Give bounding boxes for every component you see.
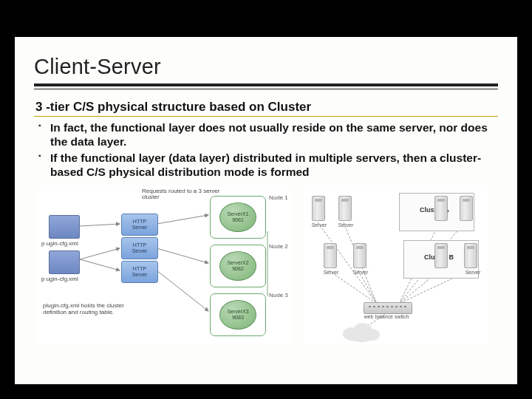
http-line2: Server: [132, 272, 148, 277]
server-tower-icon: [312, 196, 325, 221]
server-tower-icon: [353, 243, 366, 268]
xml-file-icon: [49, 215, 80, 239]
http-server-box: HTTP Server: [121, 214, 158, 236]
server-port: 9083: [232, 315, 244, 320]
svg-line-10: [358, 270, 377, 304]
bullet-item: In fact, the functional layer does not u…: [38, 121, 494, 149]
cluster-node: ServerX1 9081: [210, 196, 266, 239]
server-oval-icon: ServerX1 9081: [219, 202, 256, 232]
subtitle-rule: [34, 116, 498, 117]
xml-file-label: p ugin-cfg.xml: [41, 276, 78, 282]
cloud-icon: [338, 320, 383, 342]
server-tower-icon: [434, 243, 448, 268]
diagram-two-clusters: Cluster A Cluster B Server Server Server…: [303, 185, 488, 344]
svg-line-2: [80, 259, 120, 270]
node-label: Node: [269, 292, 283, 299]
http-line1: HTTP: [133, 266, 146, 271]
server-label: Server: [304, 222, 334, 228]
xml-file-icon: [49, 250, 80, 274]
server-label: Server: [458, 270, 488, 275]
subtitle: 3 -tier C/S physical structure based on …: [35, 100, 498, 115]
server-tower-icon: [338, 196, 352, 221]
switch-label: web balance switch: [361, 314, 412, 319]
server-tower-icon: [434, 196, 448, 221]
xml-file-label: p ugin-cfg.xml: [41, 240, 78, 247]
slide: Client-Server 3 -tier C/S physical struc…: [15, 37, 517, 384]
page-title: Client-Server: [34, 55, 498, 79]
diagram-row: Requests routed to a 3 server cluster p …: [34, 185, 498, 344]
http-line1: HTTP: [133, 242, 146, 248]
server-port: 9082: [232, 266, 244, 271]
server-oval-icon: ServerX3 9083: [219, 300, 256, 330]
server-name: ServerX3: [227, 309, 248, 314]
svg-line-4: [157, 248, 208, 263]
server-tower-icon: [464, 243, 477, 268]
title-rule-thick: [34, 83, 498, 86]
svg-line-5: [157, 270, 208, 311]
svg-line-3: [157, 215, 208, 224]
bullet-item: If the functional layer (data layer) dis…: [38, 151, 494, 180]
server-oval-icon: ServerX2 9082: [219, 251, 256, 281]
server-label: Server: [316, 270, 346, 275]
server-name: ServerX2: [227, 260, 248, 265]
footnote: plugin-cfg.xml holds the cluster definit…: [43, 302, 139, 316]
http-line2: Server: [132, 248, 148, 253]
diagram-cluster-routing: Requests routed to a 3 server cluster p …: [38, 185, 290, 344]
node-label: Node: [269, 194, 283, 201]
server-label: Server: [346, 270, 375, 275]
cluster-node: ServerX2 9082: [210, 245, 266, 287]
server-port: 9081: [232, 217, 244, 222]
cluster-node: ServerX3 9083: [210, 293, 266, 336]
bullet-list: In fact, the functional layer does not u…: [38, 121, 494, 180]
server-tower-icon: [324, 243, 337, 268]
http-server-box: HTTP Server: [121, 261, 158, 283]
svg-line-1: [80, 248, 120, 259]
http-server-box: HTTP Server: [121, 237, 158, 259]
http-line1: HTTP: [133, 219, 146, 224]
switch-icon: [364, 302, 412, 314]
node-label: Node: [269, 243, 283, 250]
server-label: Server: [331, 222, 361, 228]
title-rule-thin: [34, 89, 498, 89]
http-line2: Server: [132, 225, 148, 230]
server-tower-icon: [460, 196, 473, 221]
svg-line-0: [80, 224, 120, 226]
svg-line-9: [329, 270, 377, 304]
server-name: ServerX1: [227, 211, 248, 216]
